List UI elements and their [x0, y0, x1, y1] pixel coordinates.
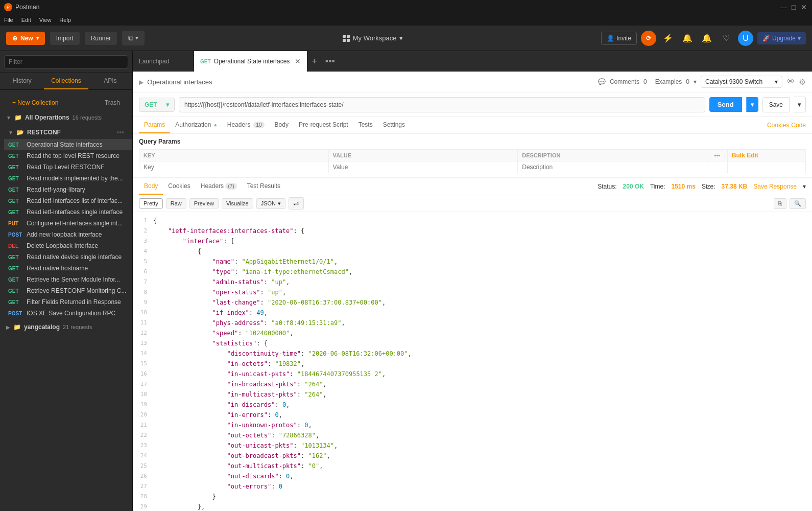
lightning-icon[interactable]: ⚡	[660, 31, 676, 46]
wrap-button[interactable]: ⇌	[289, 197, 304, 210]
tab-more-button[interactable]: •••	[321, 56, 339, 67]
code-link[interactable]: Code	[791, 122, 806, 129]
code-view[interactable]: 1{2 "ietf-interfaces:interfaces-state": …	[133, 212, 812, 511]
tab-collections[interactable]: Collections	[44, 73, 88, 89]
params-table: KEY VALUE DESCRIPTION ••• Bulk Edit	[139, 149, 806, 173]
send-button[interactable]: Send	[709, 97, 742, 112]
req-tab-pre-request[interactable]: Pre-request Script	[294, 117, 353, 133]
tab-add-button[interactable]: +	[307, 56, 321, 67]
req-tab-headers[interactable]: Headers 10	[222, 117, 270, 133]
req-tab-params[interactable]: Params	[139, 117, 170, 133]
search-input[interactable]	[4, 55, 128, 68]
minimize-btn[interactable]: —	[779, 3, 787, 11]
restconf-item-15[interactable]: POSTIOS XE Save Configuration RPC	[4, 308, 132, 319]
restconf-item-2[interactable]: GETRead Top Level RESTCONF	[4, 161, 132, 173]
restconf-item-12[interactable]: GETRetrieve the Server Module Infor...	[4, 274, 132, 285]
examples-dropdown[interactable]: ▾	[694, 78, 697, 85]
code-line-4: 4 {	[133, 247, 812, 257]
req-tab-settings[interactable]: Settings	[378, 117, 410, 133]
user-icon[interactable]: U	[738, 31, 753, 46]
url-input[interactable]	[179, 97, 705, 112]
send-dropdown-button[interactable]: ▾	[746, 97, 758, 112]
comments-count: 0	[643, 78, 647, 85]
code-line-14: 14 "discontinuity-time": "2020-06-08T16:…	[133, 349, 812, 359]
restconf-item-10[interactable]: GETRead native device single interface	[4, 251, 132, 263]
bell-icon[interactable]: 🔔	[680, 31, 695, 46]
postman-sync-icon[interactable]: ⟳	[641, 31, 656, 46]
description-input[interactable]	[522, 164, 703, 171]
restconf-item-5[interactable]: GETRead ietf-interfaces list of interfac…	[4, 195, 132, 206]
notification-icon[interactable]: 🔔	[699, 31, 714, 46]
tab-launchpad[interactable]: Launchpad	[133, 51, 194, 72]
copy-response-button[interactable]: ⎘	[774, 198, 786, 209]
workspace-button[interactable]: My Workspace ▾	[343, 34, 403, 42]
code-line-21: 21 "in-unknown-protos": 0,	[133, 421, 812, 431]
save-response-button[interactable]: Save Response	[753, 183, 797, 190]
import-button[interactable]: Import	[50, 32, 80, 45]
restconf-item-4[interactable]: GETRead ietf-yang-library	[4, 184, 132, 195]
trash-button[interactable]: Trash	[105, 99, 126, 106]
restconf-item-7[interactable]: PUTConfigure ietf-interfaces single int.…	[4, 218, 132, 229]
close-btn[interactable]: ✕	[800, 3, 808, 11]
eye-icon[interactable]: 👁	[786, 77, 795, 86]
req-tab-authorization[interactable]: Authorization ●	[170, 117, 222, 133]
restconf-item-0[interactable]: GETOperational State interfaces	[4, 139, 132, 150]
format-selector[interactable]: JSON ▾	[256, 198, 285, 209]
restconf-item-11[interactable]: GETRead native hostname	[4, 263, 132, 274]
save-dropdown-button[interactable]: ▾	[794, 97, 806, 112]
method-badge-8: POST	[8, 232, 25, 238]
resp-tab-cookies[interactable]: Cookies	[163, 178, 195, 195]
tab-close-icon[interactable]: ✕	[295, 57, 301, 65]
menu-edit[interactable]: Edit	[21, 17, 31, 23]
visualize-button[interactable]: Visualize	[222, 198, 253, 208]
menu-view[interactable]: View	[39, 17, 52, 23]
restconf-header[interactable]: ▼ 📂 RESTCONF •••	[0, 126, 132, 139]
resp-tab-body[interactable]: Body	[139, 178, 163, 195]
yangcatalog-header[interactable]: ▶ 📁 yangcatalog 21 requests	[0, 321, 132, 333]
line-number-7: 7	[133, 277, 153, 288]
tab-operational-state[interactable]: GET Operational State interfaces ✕	[194, 51, 307, 72]
req-tab-body[interactable]: Body	[270, 117, 294, 133]
cookies-link[interactable]: Cookies	[767, 122, 789, 129]
new-collection-button[interactable]: + New Collection	[6, 96, 64, 109]
method-select[interactable]: GET ▾	[139, 98, 175, 112]
search-response-button[interactable]: 🔍	[790, 198, 806, 209]
all-operations-header[interactable]: ▼ 📁 All Operartions 16 requests	[0, 111, 132, 124]
value-input[interactable]	[333, 164, 514, 171]
heart-icon[interactable]: ♡	[719, 31, 734, 46]
restconf-item-6[interactable]: GETRead ietf-interfaces single interface	[4, 206, 132, 218]
settings-icon[interactable]: ⚙	[799, 77, 806, 87]
menu-file[interactable]: File	[4, 17, 13, 23]
extra-button[interactable]: ⧉ ▾	[122, 31, 145, 45]
resp-tab-test-results[interactable]: Test Results	[242, 178, 285, 195]
maximize-btn[interactable]: □	[790, 3, 798, 11]
environment-selector[interactable]: Catalyst 9300 Switch ▾	[701, 76, 782, 88]
restconf-item-9[interactable]: DELDelete Loopback Interface	[4, 240, 132, 251]
restconf-item-3[interactable]: GETRead models implemented by the...	[4, 173, 132, 184]
pretty-button[interactable]: Pretty	[139, 198, 163, 208]
upgrade-button[interactable]: 🚀 Upgrade ▾	[757, 32, 806, 44]
key-input[interactable]	[144, 164, 324, 171]
restconf-item-14[interactable]: GETFilter Fields Returned in Response	[4, 296, 132, 308]
menu-help[interactable]: Help	[59, 17, 71, 23]
new-button[interactable]: ⊕ New ▾	[6, 32, 45, 45]
restconf-item-8[interactable]: POSTAdd new loopback interface	[4, 229, 132, 240]
line-content-6: "type": "iana-if-type:ethernetCsmacd",	[153, 267, 812, 277]
window-controls[interactable]: — □ ✕	[779, 3, 808, 11]
resp-tab-headers[interactable]: Headers (7)	[196, 178, 242, 195]
save-response-dropdown[interactable]: ▾	[803, 183, 806, 190]
caret-down-icon: ▼	[6, 115, 11, 121]
tab-apis[interactable]: APIs	[88, 73, 132, 89]
req-tab-tests[interactable]: Tests	[353, 117, 378, 133]
bulk-edit-link[interactable]: Bulk Edit	[732, 152, 758, 159]
restconf-item-1[interactable]: GETRead the top level REST resource	[4, 150, 132, 161]
tab-history[interactable]: History	[0, 73, 44, 89]
invite-button[interactable]: 👤 Invite	[601, 32, 637, 45]
restconf-more-icon[interactable]: •••	[116, 128, 124, 136]
raw-button[interactable]: Raw	[166, 198, 186, 208]
comments-label: Comments	[610, 78, 639, 85]
save-button[interactable]: Save	[762, 97, 790, 112]
restconf-item-13[interactable]: GETRetrieve RESTCONF Monitoring C...	[4, 285, 132, 296]
runner-button[interactable]: Runner	[85, 32, 117, 45]
preview-button[interactable]: Preview	[189, 198, 219, 208]
